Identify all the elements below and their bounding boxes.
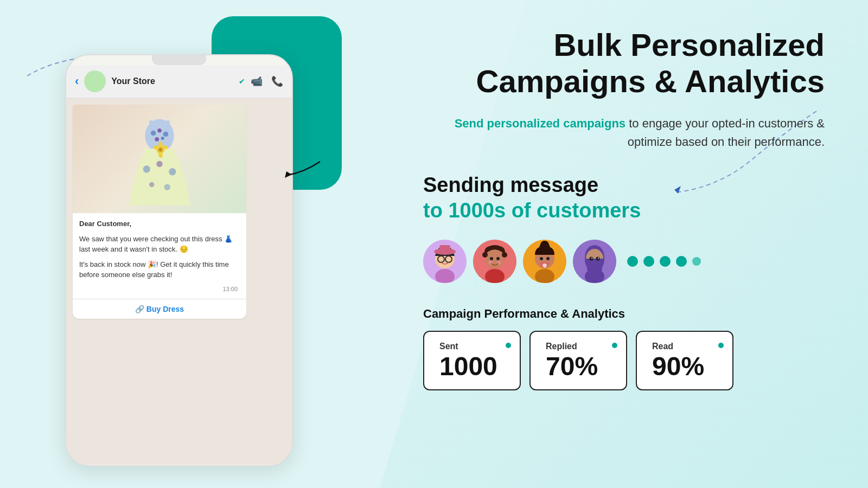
sent-card: Sent 1000 [423, 331, 521, 390]
store-avatar [84, 70, 106, 92]
buy-dress-button[interactable]: 🔗 Buy Dress [73, 299, 246, 319]
sending-subtitle: to 1000s of customers [423, 199, 825, 222]
analytics-section: Campaign Performance & Analytics Sent 10… [423, 307, 825, 390]
left-section: ‹ Your Store ✔ 📹 📞 [0, 0, 358, 488]
read-label: Read [652, 342, 717, 351]
replied-dot [612, 343, 617, 348]
svg-rect-2 [149, 120, 154, 131]
analytics-cards: Sent 1000 Replied 70% Read 90% [423, 331, 825, 390]
svg-point-33 [502, 252, 507, 258]
svg-point-5 [157, 129, 162, 133]
svg-point-10 [156, 161, 162, 167]
chat-body: Dear Customer, We saw that you were chec… [66, 98, 292, 465]
replied-value: 70% [546, 354, 611, 380]
svg-point-51 [596, 256, 600, 260]
dot-1 [627, 256, 638, 267]
subtitle-green: Send personalized campaigns [455, 117, 626, 130]
svg-rect-49 [587, 261, 602, 272]
analytics-title: Campaign Performance & Analytics [423, 307, 825, 321]
subtitle-rest: to engage your opted-in customers & opti… [626, 117, 825, 149]
sending-title: Sending message [423, 174, 825, 197]
svg-point-9 [143, 165, 150, 172]
main-title: Bulk Personalized Campaigns & Analytics [423, 27, 825, 99]
message-greeting: Dear Customer, [79, 220, 131, 228]
svg-point-13 [164, 184, 170, 190]
svg-point-43 [540, 257, 543, 260]
avatars-row [423, 240, 825, 283]
arrow-annotation [282, 151, 326, 183]
verified-badge-icon: ✔ [239, 77, 245, 86]
svg-point-12 [149, 182, 155, 188]
avatar-3 [523, 240, 566, 283]
message-body2: It's back in stock now 🎉! Get it quickly… [79, 259, 240, 280]
sending-section: Sending message to 1000s of customers [423, 174, 825, 222]
chat-header: ‹ Your Store ✔ 📹 📞 [66, 65, 292, 98]
svg-point-53 [598, 258, 599, 259]
header-icons: 📹 📞 [251, 75, 283, 87]
sent-value: 1000 [439, 354, 505, 380]
dot-3 [660, 256, 671, 267]
message-body1: We saw that you were checking out this d… [79, 234, 240, 255]
svg-point-52 [591, 258, 592, 259]
svg-point-4 [151, 131, 156, 136]
message-time: 13:00 [79, 285, 240, 294]
read-dot [718, 343, 724, 348]
avatar-4 [573, 240, 616, 283]
read-card: Read 90% [636, 331, 733, 390]
svg-point-8 [161, 137, 164, 140]
phone-notch [152, 55, 206, 65]
product-image [73, 105, 246, 213]
message-bubble: Dear Customer, We saw that you were chec… [73, 105, 246, 319]
svg-point-6 [163, 132, 169, 137]
svg-point-50 [590, 256, 593, 260]
svg-point-44 [546, 257, 550, 260]
message-text: Dear Customer, We saw that you were chec… [73, 213, 246, 299]
dot-4 [676, 256, 687, 267]
store-name: Your Store [111, 76, 233, 86]
avatar-1 [423, 240, 467, 283]
sent-label: Sent [439, 342, 505, 351]
phone-mockup: ‹ Your Store ✔ 📹 📞 [65, 54, 293, 466]
replied-card: Replied 70% [529, 331, 627, 390]
svg-rect-28 [439, 245, 450, 253]
svg-point-32 [482, 252, 488, 258]
svg-marker-20 [285, 171, 292, 178]
replied-label: Replied [546, 342, 611, 351]
phone-call-icon[interactable]: 📞 [271, 75, 283, 87]
dot-2 [643, 256, 654, 267]
svg-point-34 [490, 257, 493, 260]
svg-rect-3 [165, 120, 170, 131]
svg-point-7 [155, 137, 159, 142]
right-section: Bulk Personalized Campaigns & Analytics … [358, 0, 868, 488]
subtitle-block: Send personalized campaigns to engage yo… [423, 114, 825, 151]
back-arrow-icon[interactable]: ‹ [75, 74, 79, 88]
sent-dot [506, 343, 511, 348]
svg-point-35 [496, 257, 500, 260]
video-call-icon[interactable]: 📹 [251, 75, 263, 87]
more-dots [627, 256, 701, 267]
svg-point-42 [540, 241, 549, 249]
dress-illustration [122, 107, 197, 210]
read-value: 90% [652, 354, 717, 380]
svg-point-11 [169, 168, 176, 175]
avatar-2 [473, 240, 516, 283]
dot-5 [692, 257, 701, 266]
